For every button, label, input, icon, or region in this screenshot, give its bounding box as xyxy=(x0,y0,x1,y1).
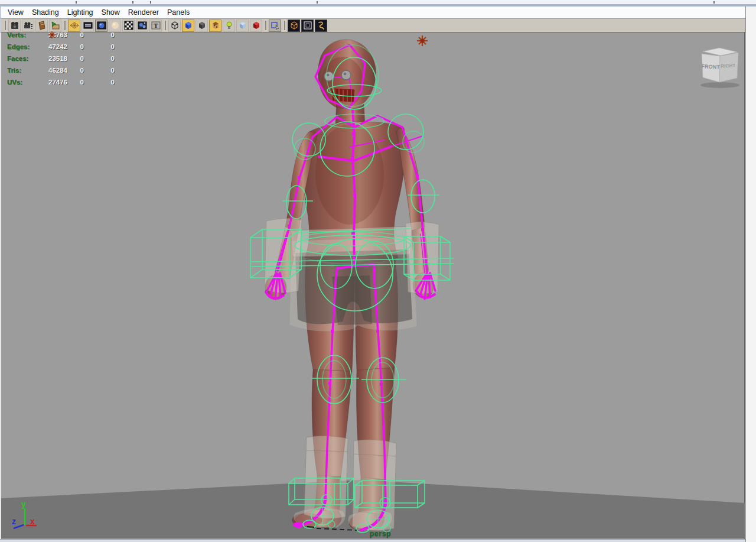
toolbar-icon-textured-spheres[interactable] xyxy=(136,20,148,32)
toolbar-icon-selection-rect[interactable] xyxy=(269,20,281,32)
hud-value: 0 xyxy=(84,43,115,50)
hud-value: 46284 xyxy=(40,67,67,74)
menu-panels[interactable]: Panels xyxy=(163,8,194,18)
3d-viewport[interactable] xyxy=(1,33,745,539)
toolbar-icon-pale-blue-cube[interactable] xyxy=(236,20,249,32)
panel-right-edge xyxy=(745,7,756,542)
hud-value: 23763 xyxy=(40,31,67,38)
svg-text:T: T xyxy=(154,22,158,29)
hud-value: 23518 xyxy=(40,55,67,62)
toolbar-icon-gold-hook[interactable] xyxy=(315,20,327,32)
hud-row-tris: Tris: 46284 0 0 xyxy=(7,64,115,76)
clipped-text-marks xyxy=(76,1,77,4)
panel-menubar: View Shading Lighting Show Renderer Pane… xyxy=(0,7,756,18)
toolbar-icon-white-frame[interactable] xyxy=(301,20,314,32)
hud-value: 0 xyxy=(67,67,84,74)
hud-row-edges: Edges: 47242 0 0 xyxy=(7,41,115,53)
toolbar-icon-checker-cube[interactable] xyxy=(209,20,221,32)
toolbar-separator xyxy=(3,20,7,31)
hud-value: 0 xyxy=(67,43,84,50)
hud-label: UVs: xyxy=(7,79,40,86)
hud-value: 0 xyxy=(67,79,84,86)
hud-value: 0 xyxy=(84,79,115,86)
hud-label: Edges: xyxy=(7,43,40,50)
hud-value: 27476 xyxy=(40,79,67,86)
menu-shading[interactable]: Shading xyxy=(28,8,63,18)
hud-label: Faces: xyxy=(7,55,40,62)
hud-label: Tris: xyxy=(7,67,40,74)
hud-value: 0 xyxy=(84,55,115,62)
toolbar-icon-orange-wire-cube[interactable] xyxy=(288,20,300,32)
menu-show[interactable]: Show xyxy=(97,8,124,18)
toolbar-icon-dark-cube[interactable] xyxy=(195,20,208,32)
toolbar-separator xyxy=(163,20,167,31)
toolbar-icon-light-bulb[interactable] xyxy=(223,20,235,32)
toolbar-icon-blue-cube[interactable] xyxy=(182,20,194,32)
hud-row-uvs: UVs: 27476 0 0 xyxy=(7,76,115,88)
hud-value: 0 xyxy=(67,55,84,62)
toolbar-icon-checker-grid[interactable] xyxy=(122,20,135,32)
poly-count-hud: Verts: 23763 0 0 Edges: 47242 0 0 Faces:… xyxy=(7,29,115,88)
clipped-toolbar-strip xyxy=(0,0,756,4)
toolbar-separator xyxy=(263,20,268,31)
toolbar-icon-wireframe-cube[interactable] xyxy=(168,20,181,32)
menu-lighting[interactable]: Lighting xyxy=(63,8,97,18)
toolbar-separator xyxy=(282,20,286,31)
panel-bottom-edge xyxy=(0,539,745,542)
menu-view[interactable]: View xyxy=(4,8,28,18)
hud-value: 47242 xyxy=(40,43,67,50)
hud-label: Verts: xyxy=(7,31,40,38)
hud-value: 0 xyxy=(84,67,115,74)
hud-value: 0 xyxy=(67,31,84,38)
hud-value: 0 xyxy=(84,31,115,38)
toolbar-icon-letter-t[interactable]: T xyxy=(149,20,162,32)
camera-name-label: persp xyxy=(357,530,404,538)
menu-renderer[interactable]: Renderer xyxy=(124,8,163,18)
toolbar-icon-red-cube[interactable] xyxy=(250,20,262,32)
hud-row-faces: Faces: 23518 0 0 xyxy=(7,53,115,64)
hud-row-verts: Verts: 23763 0 0 xyxy=(7,29,115,41)
